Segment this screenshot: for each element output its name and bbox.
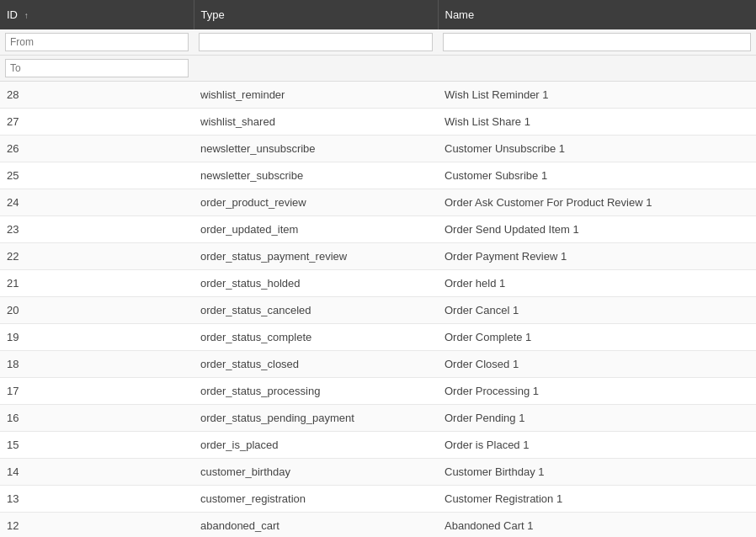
cell-name: Order Payment Review 1: [438, 243, 756, 270]
cell-id: 23: [0, 216, 194, 243]
cell-id: 26: [0, 136, 194, 162]
cell-type: newsletter_subscribe: [194, 162, 438, 189]
table-row: 15order_is_placedOrder is Placed 1: [0, 432, 756, 459]
filter-cell-id-to: [0, 56, 194, 82]
column-header-name-label: Name: [445, 8, 475, 21]
cell-type: order_status_holded: [194, 270, 438, 297]
table-row: 23order_updated_itemOrder Send Updated I…: [0, 216, 756, 243]
column-header-type[interactable]: Type: [194, 0, 438, 29]
cell-id: 14: [0, 459, 194, 486]
table-row: 21order_status_holdedOrder held 1: [0, 270, 756, 297]
table-row: 18order_status_closedOrder Closed 1: [0, 351, 756, 378]
filter-input-id-from[interactable]: [5, 33, 189, 51]
cell-id: 21: [0, 270, 194, 297]
cell-name: Order Ask Customer For Product Review 1: [438, 189, 756, 216]
cell-name: Order Processing 1: [438, 378, 756, 405]
sort-icon-id[interactable]: ↑: [24, 11, 29, 20]
cell-type: newsletter_unsubscribe: [194, 136, 438, 162]
cell-id: 17: [0, 378, 194, 405]
table-row: 13customer_registrationCustomer Registra…: [0, 486, 756, 513]
cell-id: 24: [0, 189, 194, 216]
cell-id: 28: [0, 82, 194, 109]
cell-name: Customer Unsubscribe 1: [438, 136, 756, 162]
cell-type: order_status_closed: [194, 351, 438, 378]
cell-id: 13: [0, 486, 194, 513]
cell-type: order_status_complete: [194, 324, 438, 351]
cell-name: Order Pending 1: [438, 405, 756, 432]
cell-type: order_status_processing: [194, 378, 438, 405]
cell-id: 19: [0, 324, 194, 351]
cell-name: Customer Subsribe 1: [438, 162, 756, 189]
cell-name: Order Complete 1: [438, 324, 756, 351]
filter-cell-type-empty: [194, 56, 438, 82]
cell-id: 12: [0, 513, 194, 538]
cell-type: order_product_review: [194, 189, 438, 216]
cell-name: Wish List Reminder 1: [438, 82, 756, 109]
filter-input-name[interactable]: [443, 33, 751, 51]
cell-type: wishlist_shared: [194, 109, 438, 136]
cell-name: Wish List Share 1: [438, 109, 756, 136]
filter-cell-name: [438, 29, 756, 56]
cell-id: 20: [0, 297, 194, 324]
column-header-id[interactable]: ID ↑: [0, 0, 194, 29]
table-row: 28wishlist_reminderWish List Reminder 1: [0, 82, 756, 109]
table-row: 25newsletter_subscribeCustomer Subsribe …: [0, 162, 756, 189]
filter-row-from: [0, 29, 756, 56]
cell-type: abandoned_cart: [194, 513, 438, 538]
filter-cell-name-empty: [438, 56, 756, 82]
cell-type: order_status_canceled: [194, 297, 438, 324]
table-row: 14customer_birthdayCustomer Birthday 1: [0, 459, 756, 486]
table-row: 17order_status_processingOrder Processin…: [0, 378, 756, 405]
filter-cell-id-from: [0, 29, 194, 56]
cell-type: customer_birthday: [194, 459, 438, 486]
table-row: 12abandoned_cartAbandoned Cart 1: [0, 513, 756, 538]
filter-cell-type: [194, 29, 438, 56]
cell-name: Customer Registration 1: [438, 486, 756, 513]
table-row: 16order_status_pending_paymentOrder Pend…: [0, 405, 756, 432]
cell-type: order_status_payment_review: [194, 243, 438, 270]
cell-id: 22: [0, 243, 194, 270]
table-row: 19order_status_completeOrder Complete 1: [0, 324, 756, 351]
table-row: 26newsletter_unsubscribeCustomer Unsubsc…: [0, 136, 756, 162]
column-header-id-label: ID: [7, 8, 18, 21]
cell-id: 27: [0, 109, 194, 136]
filter-input-id-to[interactable]: [5, 59, 189, 77]
column-header-type-label: Type: [201, 8, 225, 21]
cell-name: Order Send Updated Item 1: [438, 216, 756, 243]
cell-id: 16: [0, 405, 194, 432]
cell-id: 25: [0, 162, 194, 189]
cell-name: Order held 1: [438, 270, 756, 297]
table-row: 22order_status_payment_reviewOrder Payme…: [0, 243, 756, 270]
cell-name: Abandoned Cart 1: [438, 513, 756, 538]
cell-id: 15: [0, 432, 194, 459]
table-row: 27wishlist_sharedWish List Share 1: [0, 109, 756, 136]
cell-name: Order is Placed 1: [438, 432, 756, 459]
cell-type: order_updated_item: [194, 216, 438, 243]
cell-type: wishlist_reminder: [194, 82, 438, 109]
cell-name: Order Closed 1: [438, 351, 756, 378]
table-header-row: ID ↑ Type Name: [0, 0, 756, 29]
cell-type: order_is_placed: [194, 432, 438, 459]
column-header-name[interactable]: Name: [438, 0, 756, 29]
table-row: 20order_status_canceledOrder Cancel 1: [0, 297, 756, 324]
cell-name: Customer Birthday 1: [438, 459, 756, 486]
cell-id: 18: [0, 351, 194, 378]
filter-input-type[interactable]: [199, 33, 433, 51]
cell-type: customer_registration: [194, 486, 438, 513]
table-row: 24order_product_reviewOrder Ask Customer…: [0, 189, 756, 216]
filter-row-to: [0, 56, 756, 82]
cell-name: Order Cancel 1: [438, 297, 756, 324]
cell-type: order_status_pending_payment: [194, 405, 438, 432]
